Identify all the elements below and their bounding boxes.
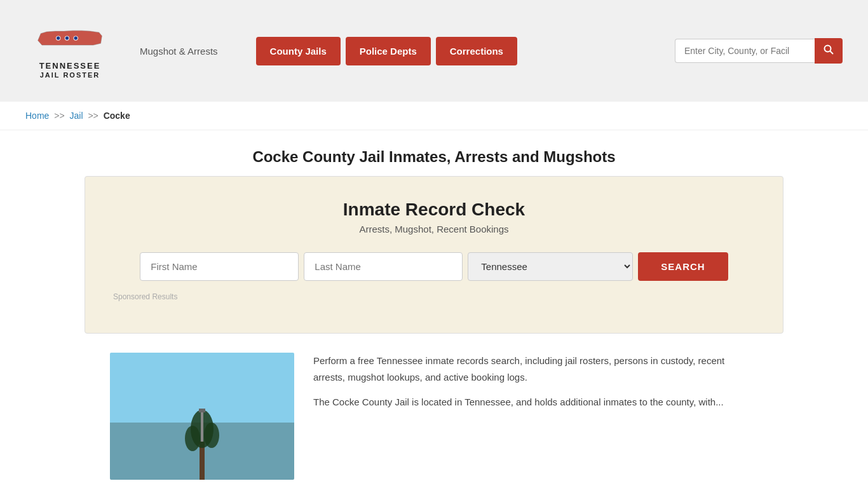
content-section: Perform a free Tennessee inmate records …	[85, 353, 783, 488]
inmate-search-form: Tennessee Alabama Alaska Arizona Arkansa…	[111, 252, 757, 281]
inmate-record-check-box: Inmate Record Check Arrests, Mugshot, Re…	[85, 176, 783, 334]
corrections-button[interactable]: Corrections	[436, 37, 517, 65]
state-select[interactable]: Tennessee Alabama Alaska Arizona Arkansa…	[468, 252, 633, 281]
first-name-input[interactable]	[140, 252, 299, 281]
logo-text-tennessee: TENNESSEE	[39, 61, 101, 71]
svg-point-6	[825, 46, 831, 52]
svg-rect-13	[199, 409, 205, 412]
breadcrumb: Home >> Jail >> Cocke	[0, 102, 868, 130]
content-paragraph-1: Perform a free Tennessee inmate records …	[313, 353, 758, 385]
tree-image-icon	[177, 378, 227, 480]
breadcrumb-jail[interactable]: Jail	[70, 111, 83, 121]
police-depts-button[interactable]: Police Depts	[346, 37, 431, 65]
page-title-section: Cocke County Jail Inmates, Arrests and M…	[0, 130, 868, 176]
breadcrumb-sep1: >>	[54, 111, 64, 121]
logo-text-jail-roster: JAIL ROSTER	[40, 71, 100, 79]
breadcrumb-sep2: >>	[88, 111, 98, 121]
header-search-button[interactable]	[815, 38, 843, 64]
last-name-input[interactable]	[304, 252, 463, 281]
page-title: Cocke County Jail Inmates, Arrests and M…	[25, 148, 843, 166]
svg-point-10	[185, 426, 200, 451]
record-check-title: Inmate Record Check	[111, 200, 757, 220]
site-header: TENNESSEE JAIL ROSTER Mugshot & Arrests …	[0, 0, 868, 102]
mugshot-arrests-link[interactable]: Mugshot & Arrests	[140, 46, 218, 57]
search-icon	[824, 44, 834, 55]
site-logo: TENNESSEE JAIL ROSTER	[25, 23, 114, 79]
inmate-search-button[interactable]: SEARCH	[638, 252, 728, 281]
svg-point-4	[57, 36, 60, 40]
breadcrumb-current: Cocke	[104, 111, 130, 121]
content-paragraph-2: The Cocke County Jail is located in Tenn…	[313, 394, 758, 410]
sponsored-label: Sponsored Results	[111, 292, 757, 301]
tennessee-logo-icon	[35, 23, 105, 61]
svg-point-11	[204, 423, 219, 448]
nav-buttons-container: County Jails Police Depts Corrections	[256, 37, 649, 65]
header-search-area	[675, 38, 843, 64]
svg-point-3	[65, 36, 69, 40]
header-search-input[interactable]	[675, 39, 815, 63]
record-check-subtitle: Arrests, Mugshot, Recent Bookings	[111, 224, 757, 234]
county-jails-button[interactable]: County Jails	[256, 37, 341, 65]
content-image	[110, 353, 294, 480]
content-text-area: Perform a free Tennessee inmate records …	[313, 353, 758, 480]
breadcrumb-home[interactable]: Home	[25, 111, 49, 121]
svg-rect-12	[201, 410, 203, 442]
svg-point-5	[74, 36, 77, 40]
svg-line-7	[831, 51, 834, 55]
